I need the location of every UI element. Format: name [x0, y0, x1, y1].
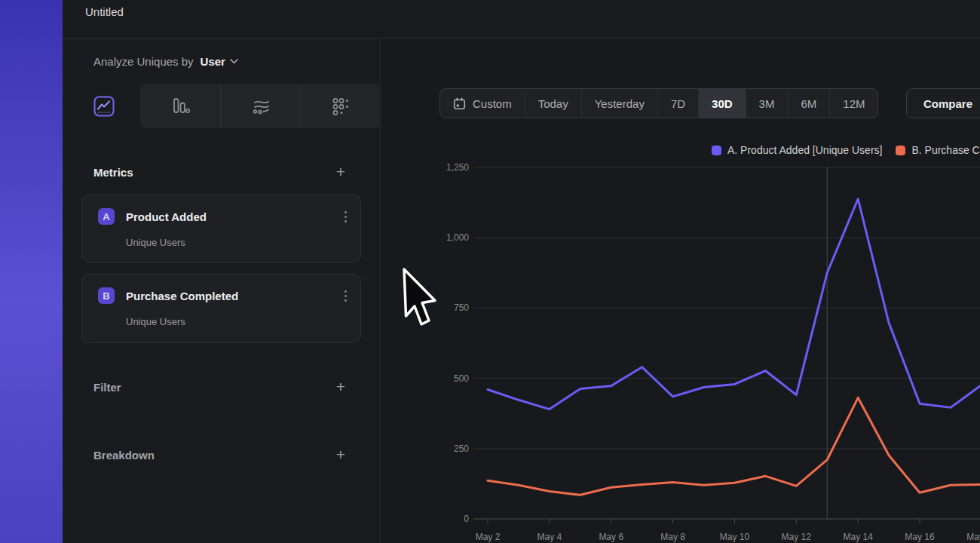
svg-text:May 18: May 18 — [966, 532, 980, 542]
svg-text:May 4: May 4 — [537, 532, 562, 542]
svg-text:May 8: May 8 — [660, 532, 685, 542]
filter-row: Filter + — [63, 374, 380, 400]
filter-title: Filter — [93, 381, 121, 394]
chart-type-tab-group — [140, 84, 381, 128]
tab-flows[interactable] — [220, 84, 301, 128]
tab-bar-chart[interactable] — [140, 84, 220, 128]
report-title[interactable]: Untitled — [85, 5, 124, 18]
breakdown-row: Breakdown + — [63, 442, 380, 468]
dot-grid-icon — [331, 97, 351, 116]
svg-text:1,250: 1,250 — [446, 162, 469, 173]
analyze-by-value: User — [201, 55, 225, 68]
tab-metrics-grid[interactable] — [300, 84, 381, 128]
metric-a-row: A Product Added — [98, 208, 348, 225]
chevron-down-icon — [230, 59, 238, 64]
sidebar: Analyze Uniques by User — [63, 38, 381, 543]
svg-text:500: 500 — [454, 373, 469, 384]
breakdown-title: Breakdown — [93, 449, 155, 462]
chart-panel: Custom Today Yesterday 7D 30D 3M 6M 12M … — [381, 38, 980, 543]
metric-a-subtitle[interactable]: Unique Users — [126, 237, 348, 248]
svg-text:May 16: May 16 — [905, 532, 935, 542]
metric-card-b[interactable]: B Purchase Completed Unique Users — [81, 274, 361, 343]
metric-b-badge: B — [98, 287, 115, 304]
svg-text:May 14: May 14 — [843, 532, 873, 542]
line-chart-svg[interactable]: 02505007501,0001,250May 2May 4May 6May 8… — [381, 38, 980, 543]
metric-b-name: Purchase Completed — [126, 290, 238, 302]
metric-a-name: Product Added — [126, 210, 207, 223]
analyze-label: Analyze Uniques by — [93, 55, 194, 68]
chart-type-tabs — [63, 84, 380, 128]
metric-b-menu-icon[interactable] — [345, 290, 347, 302]
add-metric-button[interactable]: + — [336, 165, 345, 179]
svg-text:0: 0 — [464, 514, 469, 524]
svg-text:250: 250 — [454, 443, 469, 454]
brand-gradient-strip — [0, 0, 63, 543]
metric-b-subtitle[interactable]: Unique Users — [126, 316, 348, 327]
svg-text:1,000: 1,000 — [446, 232, 469, 243]
bar-chart-icon — [170, 97, 190, 116]
svg-text:May 2: May 2 — [476, 532, 501, 542]
metric-b-row: B Purchase Completed — [98, 287, 348, 304]
metric-a-menu-icon[interactable] — [345, 211, 347, 222]
svg-text:750: 750 — [454, 302, 469, 313]
metric-card-a[interactable]: A Product Added Unique Users — [81, 195, 361, 262]
metrics-title: Metrics — [93, 166, 133, 179]
line-chart-icon — [93, 96, 115, 117]
add-breakdown-button[interactable]: + — [336, 448, 345, 462]
header-bar: Untitled — [63, 0, 980, 38]
analyze-row: Analyze Uniques by User — [63, 38, 380, 84]
metrics-header-row: Metrics + — [63, 159, 380, 185]
tab-line-chart[interactable] — [93, 95, 115, 118]
flows-icon — [251, 97, 271, 116]
add-filter-button[interactable]: + — [336, 380, 345, 394]
svg-text:May 10: May 10 — [720, 532, 750, 542]
svg-text:May 6: May 6 — [599, 532, 623, 542]
analyze-by-dropdown[interactable]: User — [201, 55, 238, 68]
metric-a-badge: A — [98, 208, 115, 225]
svg-text:May 12: May 12 — [782, 532, 812, 542]
